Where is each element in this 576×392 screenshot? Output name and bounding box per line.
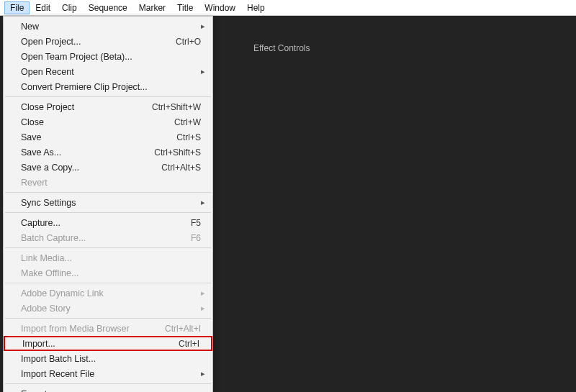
menu-item-adobe-story: Adobe Story▸ <box>4 301 212 316</box>
menu-item-label: Save <box>21 132 169 142</box>
menu-item-label: Revert <box>21 178 201 188</box>
menu-item-shortcut: Ctrl+Alt+S <box>161 163 201 173</box>
menu-item-label: Capture... <box>21 218 184 228</box>
chevron-right-icon: ▸ <box>201 389 205 392</box>
menu-item-shortcut: Ctrl+Shift+W <box>152 102 201 112</box>
menu-item-capture[interactable]: Capture...F5 <box>4 215 212 230</box>
menu-item-sync-settings[interactable]: Sync Settings▸ <box>4 195 212 210</box>
menu-item-label: Close Project <box>21 102 145 112</box>
chevron-right-icon: ▸ <box>201 198 205 207</box>
menu-item-label: Sync Settings <box>21 198 201 208</box>
menu-item-label: Import Recent File <box>21 369 201 379</box>
effect-controls-label: Effect Controls <box>253 43 310 53</box>
menu-item-shortcut: Ctrl+S <box>176 132 201 142</box>
menu-item-shortcut: F5 <box>191 218 201 228</box>
menu-item-new[interactable]: New▸ <box>4 19 212 34</box>
menu-item-label: New <box>21 22 201 32</box>
file-menu-dropdown: New▸Open Project...Ctrl+OOpen Team Proje… <box>3 16 213 392</box>
menu-item-make-offline: Make Offline... <box>4 265 212 281</box>
menu-item-close[interactable]: CloseCtrl+W <box>4 114 212 129</box>
menubar-item-clip[interactable]: Clip <box>56 1 83 14</box>
menu-item-close-project[interactable]: Close ProjectCtrl+Shift+W <box>4 99 212 114</box>
chevron-right-icon: ▸ <box>201 304 205 313</box>
menu-item-import-from-media-browser: Import from Media BrowserCtrl+Alt+I <box>4 321 212 336</box>
menu-separator <box>5 318 211 319</box>
menu-item-import-recent-file[interactable]: Import Recent File▸ <box>4 366 212 381</box>
menu-item-shortcut: F6 <box>191 233 201 243</box>
menu-item-label: Open Recent <box>21 67 201 77</box>
menu-item-open-project[interactable]: Open Project...Ctrl+O <box>4 34 212 49</box>
menu-separator <box>5 192 211 193</box>
menu-item-label: Import... <box>22 339 171 349</box>
menu-item-export[interactable]: Export▸ <box>4 386 212 392</box>
menubar-item-sequence[interactable]: Sequence <box>83 1 133 14</box>
chevron-right-icon: ▸ <box>201 369 205 378</box>
menu-separator <box>5 283 211 283</box>
menu-item-label: Close <box>21 117 167 127</box>
menu-item-open-recent[interactable]: Open Recent▸ <box>4 64 212 79</box>
menu-item-revert: Revert <box>4 175 212 190</box>
menu-separator <box>5 212 211 213</box>
menubar-item-marker[interactable]: Marker <box>133 1 171 14</box>
menu-item-label: Import from Media Browser <box>21 324 158 334</box>
menu-item-label: Convert Premiere Clip Project... <box>21 82 201 92</box>
menubar-item-title[interactable]: Title <box>171 1 199 14</box>
menu-separator <box>5 96 211 97</box>
menu-item-label: Batch Capture... <box>21 233 184 243</box>
menu-item-label: Open Team Project (Beta)... <box>21 52 201 62</box>
menu-item-label: Link Media... <box>21 253 201 263</box>
menubar-item-edit[interactable]: Edit <box>30 1 56 14</box>
menubar-item-window[interactable]: Window <box>199 1 241 14</box>
menubar-item-help[interactable]: Help <box>241 1 271 14</box>
menu-item-convert-premiere-clip-project[interactable]: Convert Premiere Clip Project... <box>4 79 212 94</box>
menu-item-save[interactable]: SaveCtrl+S <box>4 129 212 145</box>
menu-item-save-as[interactable]: Save As...Ctrl+Shift+S <box>4 145 212 160</box>
menu-item-shortcut: Ctrl+Alt+I <box>165 324 201 334</box>
menu-separator <box>5 383 211 384</box>
menu-item-open-team-project-beta[interactable]: Open Team Project (Beta)... <box>4 49 212 64</box>
menu-item-shortcut: Ctrl+W <box>174 117 201 127</box>
menubar: FileEditClipSequenceMarkerTitleWindowHel… <box>0 0 576 16</box>
menu-item-shortcut: Ctrl+O <box>176 37 201 47</box>
menu-item-label: Adobe Story <box>21 304 201 314</box>
menu-item-shortcut: Ctrl+I <box>179 339 199 349</box>
chevron-right-icon: ▸ <box>201 288 205 298</box>
chevron-right-icon: ▸ <box>201 67 205 76</box>
chevron-right-icon: ▸ <box>201 22 205 31</box>
menu-item-label: Save As... <box>21 147 147 158</box>
menu-item-save-a-copy[interactable]: Save a Copy...Ctrl+Alt+S <box>4 160 212 175</box>
menu-item-label: Open Project... <box>21 37 168 47</box>
menu-item-batch-capture: Batch Capture...F6 <box>4 230 212 245</box>
menu-separator <box>5 247 211 248</box>
menu-item-import[interactable]: Import...Ctrl+I <box>4 336 212 351</box>
menubar-item-file[interactable]: File <box>4 1 30 14</box>
menu-item-label: Save a Copy... <box>21 163 154 173</box>
menu-item-label: Import Batch List... <box>21 354 201 364</box>
menu-item-link-media: Link Media... <box>4 250 212 265</box>
menu-item-label: Export <box>21 389 201 393</box>
menu-item-adobe-dynamic-link: Adobe Dynamic Link▸ <box>4 286 212 301</box>
workspace: Effect Controls New▸Open Project...Ctrl+… <box>0 16 576 392</box>
menu-item-shortcut: Ctrl+Shift+S <box>154 147 201 158</box>
menu-item-label: Make Offline... <box>21 268 201 278</box>
menu-item-label: Adobe Dynamic Link <box>21 288 201 298</box>
menu-item-import-batch-list[interactable]: Import Batch List... <box>4 351 212 366</box>
